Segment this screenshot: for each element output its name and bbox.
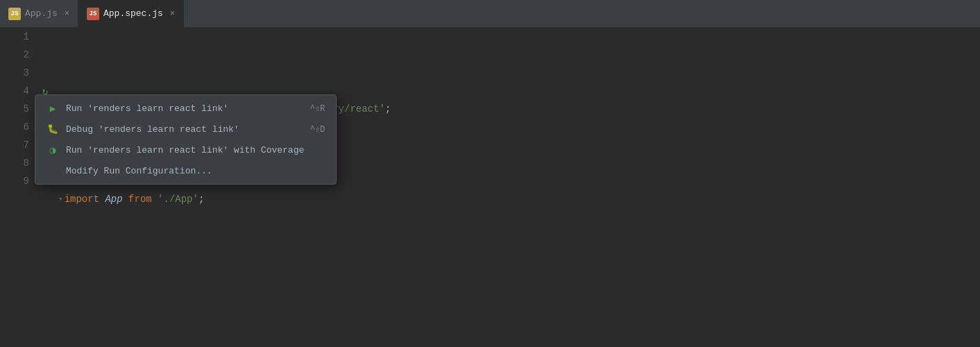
tab-icon-app-spec-js: JS [87,8,99,20]
tab-bar: JS App.js × JS App.spec.js × [0,0,980,28]
menu-item-debug-label: Debug 'renders learn react link' [66,124,289,135]
line-number-4: 4 [6,82,29,100]
tab-close-app-spec-js[interactable]: × [170,9,175,19]
code-text [152,190,158,208]
gutter: ↻ [35,28,56,347]
line-number-8: 8 [6,154,29,172]
tab-app-js[interactable]: JS App.js × [0,0,78,27]
symbol-app: App [105,190,122,208]
menu-item-run-shortcut: ^⇧R [310,103,326,114]
debug-icon: 🐛 [47,123,59,135]
run-icon: ▶ [47,102,59,115]
menu-item-run-label: Run 'renders learn react link' [66,103,289,114]
menu-item-coverage-label: Run 'renders learn react link' with Cove… [66,145,304,155]
editor: 1 2 3 4 5 6 7 8 9 ↻ ▾ import { render , … [0,28,980,347]
collapse-icon-2[interactable]: ▾ [58,190,63,208]
modify-config-icon [47,164,59,177]
line-numbers: 1 2 3 4 5 6 7 8 9 [0,28,35,347]
tab-app-spec-js[interactable]: JS App.spec.js × [78,0,184,27]
tab-label-app-js: App.js [25,8,58,19]
menu-item-run[interactable]: ▶ Run 'renders learn react link' ^⇧R [35,98,336,119]
line-number-1: 1 [6,28,29,46]
tab-label-app-spec-js: App.spec.js [103,8,163,19]
line-number-5: 5 [6,100,29,118]
string-app-path: './App' [158,190,198,208]
line-number-9: 9 [6,172,29,190]
context-menu: ▶ Run 'renders learn react link' ^⇧R 🐛 D… [35,94,337,185]
line-number-7: 7 [6,136,29,154]
keyword-import-2: import [65,190,99,208]
code-text: ; [385,100,391,118]
menu-item-modify-config[interactable]: Modify Run Configuration... [35,160,336,181]
line-number-2: 2 [6,46,29,64]
menu-item-debug[interactable]: 🐛 Debug 'renders learn react link' ^⇧D [35,119,336,139]
code-line-3 [56,280,980,298]
code-content: ▾ import { render , screen } from '@test… [56,28,980,347]
coverage-icon: ◑ [47,144,59,156]
menu-item-debug-shortcut: ^⇧D [310,124,326,135]
menu-item-modify-label: Modify Run Configuration... [66,166,325,176]
code-text: ; [198,190,204,208]
keyword-from-2: from [128,190,152,208]
code-line-2: ▾ import App from './App' ; [56,190,980,208]
gutter-line-1 [35,28,56,46]
line-number-6: 6 [6,118,29,136]
code-text [123,190,128,208]
menu-item-run-coverage[interactable]: ◑ Run 'renders learn react link' with Co… [35,139,336,160]
tab-close-app-js[interactable]: × [65,9,69,19]
line-number-3: 3 [6,64,29,82]
gutter-line-2 [35,46,56,64]
gutter-line-3 [35,64,56,82]
tab-icon-app-js: JS [8,8,21,20]
